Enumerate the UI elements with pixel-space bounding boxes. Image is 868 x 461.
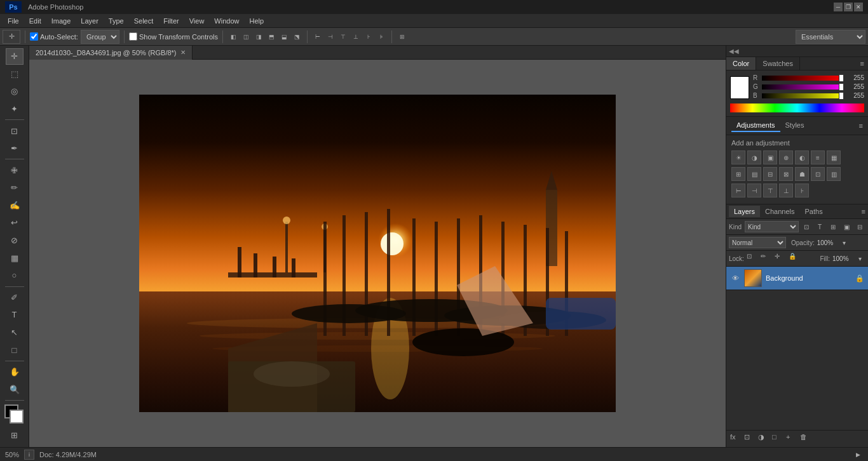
delete-layer-btn[interactable]: 🗑 (800, 433, 811, 444)
status-arrow-btn[interactable]: ▶ (853, 450, 863, 460)
hand-tool[interactable]: ✋ (6, 364, 24, 380)
align-center-h-icon[interactable]: ◫ (240, 31, 252, 43)
align-center-v-icon[interactable]: ⬓ (278, 31, 290, 43)
layer-visibility-toggle[interactable]: 👁 (730, 273, 740, 283)
new-group-btn[interactable]: □ (772, 433, 783, 444)
fill-menu-btn[interactable]: ▾ (854, 253, 865, 264)
menu-image[interactable]: Image (46, 16, 76, 26)
levels-adj-btn[interactable]: ◑ (747, 150, 761, 164)
show-transform-input[interactable] (129, 32, 137, 41)
align-left-icon[interactable]: ◧ (227, 31, 239, 43)
background-color[interactable] (10, 410, 24, 424)
minimize-button[interactable]: ─ (834, 3, 843, 11)
tab-channels[interactable]: Channels (760, 206, 799, 217)
menu-edit[interactable]: Edit (24, 16, 46, 26)
crop-tool[interactable]: ⊡ (6, 123, 24, 139)
group-select[interactable]: Group Layer (81, 30, 119, 44)
magic-wand-tool[interactable]: ✦ (6, 101, 24, 117)
invert-adj-btn[interactable]: ☗ (795, 167, 809, 181)
gradient-tool[interactable]: ▦ (6, 250, 24, 266)
menu-file[interactable]: File (3, 16, 24, 26)
gradient-fill-btn[interactable]: ⊥ (779, 184, 793, 197)
tab-styles[interactable]: Styles (780, 119, 810, 132)
opacity-menu-btn[interactable]: ▾ (839, 237, 850, 248)
restore-button[interactable]: ❐ (844, 3, 853, 11)
dist-center-h-icon[interactable]: ⊣ (325, 31, 336, 43)
layer-filter-smart-btn[interactable]: ⊟ (854, 221, 865, 232)
layer-filter-shape-btn[interactable]: ▣ (841, 221, 852, 232)
move-tool-button[interactable]: ✛ (3, 30, 20, 44)
canvas-image[interactable] (139, 95, 616, 412)
menu-type[interactable]: Type (104, 16, 129, 26)
move-tool[interactable]: ✛ (6, 48, 24, 65)
posterize-adj-btn[interactable]: ⊡ (811, 167, 825, 181)
brush-tool[interactable]: ✏ (6, 180, 24, 196)
curves-adj-btn[interactable]: ▣ (763, 150, 777, 164)
solidcolor-adj-btn[interactable]: ⊤ (763, 184, 777, 197)
blend-mode-select[interactable]: Normal Multiply Screen Overlay (729, 237, 786, 248)
lock-position-btn[interactable]: ✛ (775, 253, 786, 264)
panel-collapse-button[interactable]: ◀◀ (726, 46, 868, 57)
layers-collapse-button[interactable]: ≡ (862, 208, 865, 215)
colorlookup-adj-btn[interactable]: ⊠ (779, 167, 793, 181)
menu-select[interactable]: Select (129, 16, 159, 26)
dodge-tool[interactable]: ○ (6, 267, 24, 284)
show-transform-checkbox[interactable]: Show Transform Controls (129, 32, 218, 41)
layer-filter-type-btn[interactable]: ⊞ (827, 221, 839, 232)
add-mask-btn[interactable]: ⊡ (744, 433, 756, 444)
align-bottom-icon[interactable]: ⬔ (291, 31, 302, 43)
bw-adj-btn[interactable]: ⊞ (731, 167, 745, 181)
menu-view[interactable]: View (184, 16, 210, 26)
background-layer-item[interactable]: 👁 Background 🔒 (726, 267, 868, 290)
fg-bg-color[interactable] (4, 404, 25, 423)
lasso-tool[interactable]: ◎ (6, 83, 24, 100)
lock-pixels-btn[interactable]: ✏ (761, 253, 772, 264)
b-slider[interactable] (762, 93, 844, 98)
align-right-icon[interactable]: ◨ (253, 31, 264, 43)
menu-filter[interactable]: Filter (158, 16, 184, 26)
clone-tool[interactable]: ✍ (6, 197, 24, 214)
color-swatch[interactable] (730, 76, 749, 99)
color-spectrum[interactable] (730, 104, 864, 112)
new-layer-btn[interactable]: + (786, 433, 797, 444)
lock-transparent-btn[interactable]: ⊡ (747, 253, 758, 264)
add-layer-style-btn[interactable]: fx (730, 433, 742, 444)
auto-select-input[interactable] (30, 32, 38, 41)
auto-select-checkbox[interactable]: Auto-Select: (30, 32, 78, 41)
arrange-icon[interactable]: ⊞ (397, 31, 408, 43)
selection-tool[interactable]: ⬚ (6, 66, 24, 83)
gradientmap-adj-btn[interactable]: ⊢ (731, 184, 745, 197)
screen-mode-tool[interactable]: ⊞ (6, 427, 24, 444)
layer-filter-adj-btn[interactable]: T (814, 221, 825, 232)
menu-window[interactable]: Window (209, 16, 244, 26)
vibrance-adj-btn[interactable]: ◐ (795, 150, 809, 164)
align-top-icon[interactable]: ⬒ (266, 31, 277, 43)
tab-swatches[interactable]: Swatches (756, 57, 800, 70)
tab-adjustments[interactable]: Adjustments (731, 119, 780, 132)
dist-top-icon[interactable]: ⊥ (350, 31, 362, 43)
selectivecolor-adj-btn[interactable]: ⊣ (747, 184, 761, 197)
shape-tool[interactable]: □ (6, 342, 24, 358)
dist-right-icon[interactable]: ⊤ (337, 31, 349, 43)
dist-left-icon[interactable]: ⊢ (312, 31, 323, 43)
history-brush-tool[interactable]: ↩ (6, 215, 24, 231)
color-panel-menu[interactable]: ≡ (857, 57, 868, 70)
eyedropper-tool[interactable]: ✒ (6, 140, 24, 157)
type-tool[interactable]: T (6, 307, 24, 323)
g-slider[interactable] (762, 84, 844, 90)
document-tab[interactable]: 2014d1030-_D8A34691.jpg @ 50% (RGB/8*) ✕ (29, 46, 193, 60)
close-button[interactable]: ✕ (854, 3, 863, 11)
tab-close-button[interactable]: ✕ (180, 49, 186, 56)
channelmix-adj-btn[interactable]: ⊟ (763, 167, 777, 181)
menu-help[interactable]: Help (244, 16, 269, 26)
lock-all-btn[interactable]: 🔒 (789, 253, 800, 264)
window-controls[interactable]: ─ ❐ ✕ (834, 3, 863, 11)
path-select-tool[interactable]: ↖ (6, 324, 24, 341)
new-adjustment-btn[interactable]: ◑ (758, 433, 770, 444)
colorbalance-adj-btn[interactable]: ▦ (827, 150, 841, 164)
brightness-adj-btn[interactable]: ☀ (731, 150, 745, 164)
exposure-adj-btn[interactable]: ⊕ (779, 150, 793, 164)
pen-tool[interactable]: ✐ (6, 289, 24, 305)
threshold-adj-btn[interactable]: ▥ (827, 167, 841, 181)
zoom-info-btn[interactable]: i (24, 450, 34, 460)
